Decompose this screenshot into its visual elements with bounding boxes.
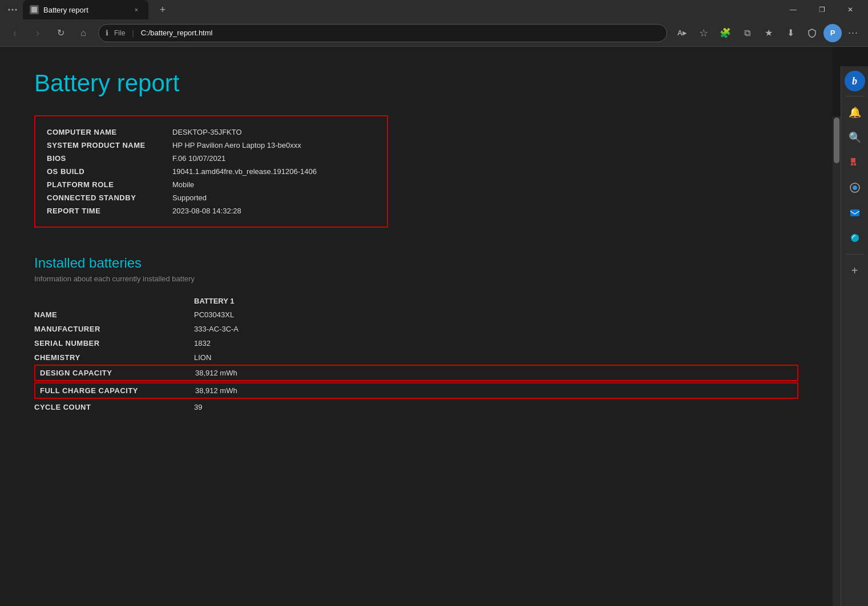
section-title-batteries: Installed batteries bbox=[34, 255, 798, 271]
browser-menu-button[interactable] bbox=[5, 2, 21, 18]
tab-title: Battery report bbox=[43, 6, 88, 14]
outlook-icon[interactable] bbox=[843, 201, 866, 224]
browser-defender-button[interactable] bbox=[802, 23, 822, 43]
battery-label-serial: SERIAL NUMBER bbox=[34, 339, 194, 348]
scrollbar-track[interactable] bbox=[833, 116, 841, 606]
svg-rect-3 bbox=[31, 7, 37, 13]
info-value-computer-name: DESKTOP-35JFKTO bbox=[172, 128, 242, 136]
home-button[interactable]: ⌂ bbox=[73, 23, 94, 43]
sidebar-divider-2 bbox=[846, 254, 864, 254]
battery-value-cycle-count: 39 bbox=[194, 403, 297, 411]
close-button[interactable]: ✕ bbox=[837, 0, 863, 19]
svg-rect-6 bbox=[854, 163, 856, 165]
active-tab[interactable]: Battery report × bbox=[23, 0, 148, 19]
info-value-connected-standby: Supported bbox=[172, 193, 207, 202]
more-options-button[interactable]: ··· bbox=[843, 23, 863, 43]
battery-value-serial: 1832 bbox=[194, 339, 297, 348]
battery-header-row: BATTERY 1 bbox=[34, 297, 798, 305]
battery-column-header: BATTERY 1 bbox=[194, 297, 297, 305]
battery-label-chemistry: CHEMISTRY bbox=[34, 353, 194, 362]
new-tab-button[interactable]: + bbox=[153, 0, 172, 19]
svg-point-0 bbox=[9, 9, 10, 11]
info-label-os-build: OS BUILD bbox=[47, 167, 172, 176]
sidebar-divider-1 bbox=[846, 96, 864, 96]
notification-icon[interactable]: 🔔 bbox=[843, 101, 866, 124]
info-row-bios: BIOS F.06 10/07/2021 bbox=[47, 152, 376, 165]
battery-label-manufacturer: MANUFACTURER bbox=[34, 325, 194, 333]
battery-value-design-capacity: 38,912 mWh bbox=[195, 369, 293, 377]
info-value-platform-role: Mobile bbox=[172, 180, 194, 189]
system-info-box: COMPUTER NAME DESKTOP-35JFKTO SYSTEM PRO… bbox=[34, 115, 388, 228]
shopping-icon[interactable] bbox=[843, 151, 866, 174]
battery-row-design-capacity: DESIGN CAPACITY 38,912 mWh bbox=[34, 365, 798, 381]
battery-value-full-charge: 38,912 mWh bbox=[195, 386, 293, 395]
svg-rect-8 bbox=[850, 209, 859, 216]
browser-content: Battery report COMPUTER NAME DESKTOP-35J… bbox=[0, 47, 833, 606]
info-value-bios: F.06 10/07/2021 bbox=[172, 154, 225, 163]
favorites-list-button[interactable]: ★ bbox=[758, 23, 779, 43]
info-label-bios: BIOS bbox=[47, 154, 172, 163]
restore-button[interactable]: ❐ bbox=[809, 0, 835, 19]
battery-value-manufacturer: 333-AC-3C-A bbox=[194, 325, 297, 333]
window-controls: — ❐ ✕ bbox=[780, 0, 863, 19]
address-separator: | bbox=[132, 29, 134, 37]
tab-bar: Battery report × + bbox=[5, 0, 777, 19]
svg-point-1 bbox=[12, 9, 14, 11]
info-row-report-time: REPORT TIME 2023-08-08 14:32:28 bbox=[47, 204, 376, 217]
info-label-connected-standby: CONNECTED STANDBY bbox=[47, 193, 172, 202]
battery-row-name: NAME PC03043XL bbox=[34, 308, 798, 322]
installed-batteries-section: Installed batteries Information about ea… bbox=[34, 255, 798, 414]
svg-rect-4 bbox=[851, 158, 855, 163]
info-value-os-build: 19041.1.amd64fre.vb_release.191206-1406 bbox=[172, 167, 317, 176]
address-protocol: File bbox=[114, 29, 125, 37]
battery-value-name: PC03043XL bbox=[194, 310, 297, 319]
search-sidebar-icon[interactable]: 🔍 bbox=[843, 126, 866, 149]
info-row-connected-standby: CONNECTED STANDBY Supported bbox=[47, 191, 376, 204]
read-aloud-button[interactable]: A▶ bbox=[672, 23, 692, 43]
address-path: C:/battery_report.html bbox=[141, 29, 213, 37]
nav-actions: A▶ ☆ 🧩 ⧉ ★ ⬇ P ··· bbox=[672, 23, 863, 43]
battery-label-design-capacity: DESIGN CAPACITY bbox=[40, 369, 195, 377]
back-button[interactable]: ‹ bbox=[5, 23, 25, 43]
svg-point-2 bbox=[15, 9, 17, 11]
svg-rect-5 bbox=[851, 163, 853, 165]
info-label-system-product: SYSTEM PRODUCT NAME bbox=[47, 141, 172, 150]
refresh-button[interactable]: ↻ bbox=[50, 23, 71, 43]
battery-row-cycle-count: CYCLE COUNT 39 bbox=[34, 400, 798, 414]
collections-icon[interactable] bbox=[843, 176, 866, 199]
battery-table: BATTERY 1 NAME PC03043XL MANUFACTURER 33… bbox=[34, 297, 798, 414]
split-screen-button[interactable]: ⧉ bbox=[737, 23, 757, 43]
battery-label-name: NAME bbox=[34, 310, 194, 319]
downloads-button[interactable]: ⬇ bbox=[780, 23, 801, 43]
info-row-system-product: SYSTEM PRODUCT NAME HP HP Pavilion Aero … bbox=[47, 139, 376, 152]
bing-button[interactable]: b bbox=[845, 71, 865, 91]
favorite-button[interactable]: ☆ bbox=[693, 23, 714, 43]
section-subtitle-batteries: Information about each currently install… bbox=[34, 274, 798, 283]
battery-row-serial: SERIAL NUMBER 1832 bbox=[34, 336, 798, 350]
info-row-computer-name: COMPUTER NAME DESKTOP-35JFKTO bbox=[47, 126, 376, 139]
forward-button[interactable]: › bbox=[27, 23, 48, 43]
info-label-report-time: REPORT TIME bbox=[47, 207, 172, 215]
title-bar: Battery report × + — ❐ ✕ bbox=[0, 0, 868, 19]
extensions-button[interactable]: 🧩 bbox=[715, 23, 736, 43]
info-row-os-build: OS BUILD 19041.1.amd64fre.vb_release.191… bbox=[47, 165, 376, 178]
scrollbar-thumb[interactable] bbox=[834, 118, 839, 163]
profile-avatar[interactable]: P bbox=[823, 24, 842, 42]
info-row-platform-role: PLATFORM ROLE Mobile bbox=[47, 178, 376, 191]
battery-row-manufacturer: MANUFACTURER 333-AC-3C-A bbox=[34, 322, 798, 336]
tab-close-button[interactable]: × bbox=[131, 5, 142, 15]
battery-label-cycle-count: CYCLE COUNT bbox=[34, 403, 194, 411]
address-bar[interactable]: ℹ File | C:/battery_report.html bbox=[98, 24, 667, 42]
edge-copilot-icon[interactable] bbox=[843, 227, 866, 249]
info-value-report-time: 2023-08-08 14:32:28 bbox=[172, 207, 241, 215]
battery-label-full-charge: FULL CHARGE CAPACITY bbox=[40, 386, 195, 395]
battery-row-chemistry: CHEMISTRY LION bbox=[34, 350, 798, 365]
info-label-platform-role: PLATFORM ROLE bbox=[47, 180, 172, 189]
tab-favicon bbox=[30, 5, 39, 14]
battery-header-spacer bbox=[34, 297, 194, 305]
sidebar-settings-icon[interactable] bbox=[843, 600, 866, 606]
minimize-button[interactable]: — bbox=[780, 0, 806, 19]
add-to-sidebar-button[interactable]: + bbox=[843, 259, 866, 282]
info-label-computer-name: COMPUTER NAME bbox=[47, 128, 172, 136]
nav-bar: ‹ › ↻ ⌂ ℹ File | C:/battery_report.html … bbox=[0, 19, 868, 47]
